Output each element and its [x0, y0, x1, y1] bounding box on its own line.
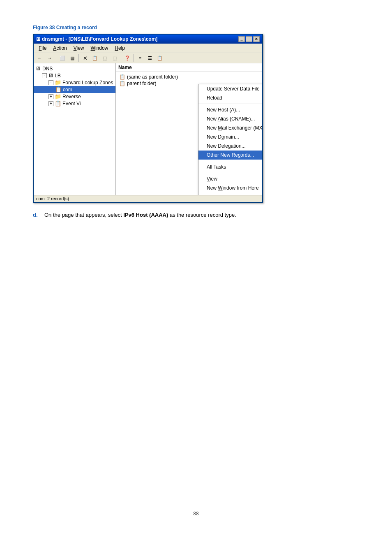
record-icon-1: 📋 [119, 74, 125, 80]
menu-view[interactable]: View [70, 44, 88, 52]
instruction-text: On the page that appears, select IPv6 Ho… [44, 211, 236, 220]
ctx-all-tasks-label: All Tasks [207, 164, 226, 170]
ctx-sep-3 [198, 173, 262, 173]
ctx-other-new-records[interactable]: Other New Records... [198, 151, 262, 160]
com-icon: 📋 [55, 86, 62, 93]
ctx-new-delegation[interactable]: New Delegation... [198, 141, 262, 151]
page-container: Figure 38 Creating a record ⊞ dnsmgmt - … [0, 0, 392, 533]
tree-label-reverse: Reverse [62, 94, 81, 100]
title-buttons[interactable]: _ □ ✕ [238, 36, 260, 42]
menu-help[interactable]: Help [111, 44, 128, 52]
toolbar-btn-view1[interactable]: ≡ [136, 54, 145, 62]
toolbar-btn-paste[interactable]: ⬚ [100, 54, 109, 62]
ctx-view-label: View [207, 176, 217, 182]
tree-label-event: Event Vi [62, 101, 81, 107]
title-bar-left: ⊞ dnsmgmt - [DNS\LB\Forward Lookup Zones… [36, 36, 157, 42]
tree-label-lb: LB [55, 73, 61, 79]
menu-action[interactable]: Action [50, 44, 70, 52]
folder-icon: 📁 [55, 79, 61, 86]
status-zone: com 2 record(s) [36, 196, 69, 201]
record-icon-2: 📋 [119, 81, 125, 86]
page-number: 88 [193, 511, 198, 517]
lb-icon: 🖥 [48, 72, 53, 79]
ctx-all-tasks[interactable]: All Tasks ► [198, 162, 262, 171]
instruction: d. On the page that appears, select IPv6… [33, 211, 359, 220]
tree-item-reverse[interactable]: + 📁 Reverse [34, 93, 115, 100]
ctx-view[interactable]: View ► [198, 174, 262, 183]
back-button[interactable]: ← [35, 54, 44, 62]
event-expand-icon[interactable]: + [48, 101, 53, 106]
tree-item-forward-lookup[interactable]: - 📁 Forward Lookup Zones [34, 79, 115, 86]
dns-window: ⊞ dnsmgmt - [DNS\LB\Forward Lookup Zones… [33, 34, 263, 203]
close-button[interactable]: ✕ [253, 36, 260, 42]
toolbar-separator-1 [56, 54, 56, 62]
menu-bar: File Action View Window Help [34, 44, 262, 53]
lb-expand-icon[interactable]: - [42, 73, 47, 78]
ctx-sep-1 [198, 104, 262, 104]
ctx-new-alias[interactable]: New Alias (CNAME)... [198, 114, 262, 123]
tree-label-fwd: Forward Lookup Zones [62, 80, 113, 86]
forward-button[interactable]: → [45, 54, 54, 62]
window-icon: ⊞ [36, 36, 40, 42]
window-title: dnsmgmt - [DNS\LB\Forward Lookup Zones\c… [42, 36, 157, 42]
context-menu: Update Server Data File Reload New Host … [198, 84, 262, 195]
toolbar-btn-props[interactable]: ⬚ [110, 54, 119, 62]
figure-title: Figure 38 Creating a record [33, 25, 359, 30]
reverse-icon: 📁 [55, 93, 61, 100]
ctx-new-domain[interactable]: New Domain... [198, 132, 262, 141]
tree-label-com: com [63, 87, 72, 93]
toolbar-separator-2 [78, 54, 79, 62]
instruction-before: On the page that appears, select [44, 212, 123, 218]
ctx-new-window[interactable]: New Window from Here [198, 183, 262, 192]
minimize-button[interactable]: _ [238, 36, 245, 42]
toolbar-btn-tree[interactable]: ⬜ [58, 54, 67, 62]
record-label-1: (same as parent folder) [127, 74, 178, 80]
toolbar-separator-3 [121, 54, 121, 62]
ctx-reload[interactable]: Reload [198, 93, 262, 102]
record-label-2: parent folder) [127, 81, 156, 86]
toolbar-separator-4 [134, 54, 134, 62]
record-row-1: 📋 (same as parent folder) [118, 74, 261, 80]
rev-expand-icon[interactable]: + [48, 94, 53, 99]
right-pane: Name 📋 (same as parent folder) 📋 parent … [116, 63, 262, 195]
ctx-sep-4 [198, 194, 262, 194]
toolbar-btn-list[interactable]: ▤ [68, 54, 77, 62]
col-name-header: Name [118, 65, 132, 70]
title-bar: ⊞ dnsmgmt - [DNS\LB\Forward Lookup Zones… [34, 35, 262, 44]
fwd-expand-icon[interactable]: - [48, 80, 53, 85]
event-icon: 📋 [55, 100, 61, 107]
menu-file[interactable]: File [35, 44, 50, 52]
dns-icon: 🖥 [35, 65, 41, 72]
toolbar-btn-copy[interactable]: 📋 [90, 54, 99, 62]
toolbar: ← → ⬜ ▤ ✕ 📋 ⬚ ⬚ ❓ ≡ ☰ 📋 [34, 53, 262, 63]
ctx-update-server[interactable]: Update Server Data File [198, 84, 262, 93]
ctx-new-mail[interactable]: New Mail Exchanger (MX)... [198, 123, 262, 132]
tree-item-eventviewer[interactable]: + 📋 Event Vi [34, 100, 115, 107]
toolbar-btn-view2[interactable]: ☰ [145, 54, 154, 62]
instruction-after: as the resource record type. [168, 212, 236, 218]
tree-pane: 🖥 DNS - 🖥 LB - 📁 Forward Lookup Zones [34, 63, 116, 195]
ctx-sep-2 [198, 161, 262, 161]
tree-item-lb[interactable]: - 🖥 LB [34, 72, 115, 79]
toolbar-btn-delete[interactable]: ✕ [81, 54, 90, 62]
ctx-new-host[interactable]: New Host (A)... [198, 105, 262, 114]
tree-item-com[interactable]: 📋 com [34, 86, 115, 93]
tree-label-dns: DNS [42, 66, 53, 72]
instruction-label: d. [33, 211, 39, 220]
status-bar: com 2 record(s) [34, 195, 262, 202]
instruction-bold: IPv6 Host (AAAA) [123, 212, 168, 218]
right-header: Name [116, 63, 262, 72]
maximize-button[interactable]: □ [246, 36, 252, 42]
main-area: 🖥 DNS - 🖥 LB - 📁 Forward Lookup Zones [34, 63, 262, 195]
menu-window[interactable]: Window [88, 44, 112, 52]
toolbar-btn-help[interactable]: ❓ [123, 54, 132, 62]
tree-item-dns[interactable]: 🖥 DNS [34, 65, 115, 72]
toolbar-btn-view3[interactable]: 📋 [155, 54, 164, 62]
